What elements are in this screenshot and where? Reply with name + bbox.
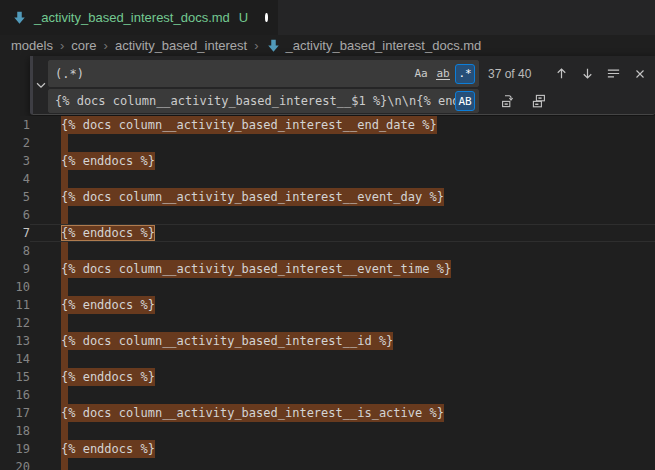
empty-line-match-highlight: [61, 314, 68, 332]
find-value: (.*): [55, 67, 411, 81]
breadcrumb-separator: ›: [104, 38, 108, 53]
line-content[interactable]: [30, 386, 655, 404]
line-content[interactable]: {% enddocs %}: [30, 224, 655, 242]
tab-active-file[interactable]: _activity_based_interest_docs.md U: [0, 0, 278, 35]
editor-line[interactable]: 4: [0, 170, 655, 188]
close-icon: [633, 67, 647, 81]
editor-line[interactable]: 6: [0, 206, 655, 224]
match-highlight: {% docs column__activity_based_interest_…: [61, 260, 451, 278]
empty-line-match-highlight: [61, 206, 68, 224]
empty-line-match-highlight: [61, 134, 68, 152]
line-content[interactable]: {% docs column__activity_based_interest_…: [30, 404, 655, 422]
line-content[interactable]: [30, 206, 655, 224]
breadcrumb-item-file[interactable]: _activity_based_interest_docs.md: [266, 38, 482, 53]
markdown-file-icon: [12, 10, 27, 25]
editor-line[interactable]: 20: [0, 458, 655, 470]
find-input[interactable]: (.*) Aa ab .*: [48, 60, 479, 87]
replace-input[interactable]: {% docs column__activity_based_interest_…: [48, 89, 479, 113]
line-content[interactable]: {% docs column__activity_based_interest_…: [30, 116, 655, 134]
line-number: 18: [0, 422, 30, 440]
editor-line[interactable]: 5{% docs column__activity_based_interest…: [0, 188, 655, 206]
line-number: 1: [0, 116, 30, 134]
replace-all-button[interactable]: [529, 92, 548, 111]
editor-line[interactable]: 19{% enddocs %}: [0, 440, 655, 458]
whole-word-toggle[interactable]: ab: [433, 64, 453, 84]
breadcrumb-item-models[interactable]: models: [11, 38, 53, 53]
preserve-case-toggle[interactable]: AB: [455, 91, 475, 111]
replace-button[interactable]: [498, 92, 517, 111]
line-content[interactable]: [30, 170, 655, 188]
line-content[interactable]: [30, 134, 655, 152]
markdown-file-icon: [266, 38, 281, 53]
editor-line[interactable]: 9{% docs column__activity_based_interest…: [0, 260, 655, 278]
line-number: 8: [0, 242, 30, 260]
toggle-replace-button[interactable]: [33, 56, 48, 114]
line-number: 20: [0, 458, 30, 470]
line-number: 6: [0, 206, 30, 224]
line-content[interactable]: [30, 458, 655, 470]
line-content[interactable]: [30, 350, 655, 368]
empty-line-match-highlight: [61, 170, 68, 188]
breadcrumb: models › core › activity_based_interest …: [0, 35, 655, 56]
editor-line[interactable]: 16: [0, 386, 655, 404]
empty-line-match-highlight: [61, 386, 68, 404]
regex-toggle[interactable]: .*: [455, 64, 475, 84]
match-count: 37 of 40: [488, 67, 531, 81]
line-number: 15: [0, 368, 30, 386]
empty-line-match-highlight: [61, 350, 68, 368]
breadcrumb-item-activity-based-interest[interactable]: activity_based_interest: [115, 38, 247, 53]
modified-dot-icon[interactable]: [265, 13, 268, 22]
breadcrumb-file-label: _activity_based_interest_docs.md: [286, 38, 482, 53]
line-number: 14: [0, 350, 30, 368]
editor-line[interactable]: 10: [0, 278, 655, 296]
editor-line[interactable]: 8: [0, 242, 655, 260]
breadcrumb-item-core[interactable]: core: [71, 38, 96, 53]
editor-line[interactable]: 15{% enddocs %}: [0, 368, 655, 386]
editor-line[interactable]: 11{% enddocs %}: [0, 296, 655, 314]
editor-line[interactable]: 14: [0, 350, 655, 368]
editor-line[interactable]: 3{% enddocs %}: [0, 152, 655, 170]
line-number: 16: [0, 386, 30, 404]
editor-line[interactable]: 18: [0, 422, 655, 440]
line-content[interactable]: {% enddocs %}: [30, 440, 655, 458]
match-highlight: {% enddocs %}: [61, 440, 155, 458]
line-content[interactable]: [30, 278, 655, 296]
next-match-button[interactable]: [578, 64, 597, 83]
editor-line[interactable]: 1{% docs column__activity_based_interest…: [0, 116, 655, 134]
editor-line[interactable]: 12: [0, 314, 655, 332]
tab-bar: _activity_based_interest_docs.md U: [0, 0, 655, 35]
replace-value: {% docs column__activity_based_interest_…: [55, 94, 455, 108]
close-find-widget-button[interactable]: [630, 64, 649, 83]
match-highlight: {% enddocs %}: [61, 368, 155, 386]
git-status-badge: U: [239, 10, 248, 25]
match-highlight: {% docs column__activity_based_interest_…: [61, 116, 437, 134]
empty-line-match-highlight: [61, 278, 68, 296]
editor-line[interactable]: 13{% docs column__activity_based_interes…: [0, 332, 655, 350]
line-number: 9: [0, 260, 30, 278]
line-content[interactable]: {% enddocs %}: [30, 368, 655, 386]
line-content[interactable]: {% docs column__activity_based_interest_…: [30, 188, 655, 206]
find-in-selection-button[interactable]: [604, 64, 623, 83]
editor-line[interactable]: 17{% docs column__activity_based_interes…: [0, 404, 655, 422]
previous-match-button[interactable]: [552, 64, 571, 83]
replace-icon: [500, 93, 516, 109]
match-case-toggle[interactable]: Aa: [411, 64, 431, 84]
line-content[interactable]: [30, 314, 655, 332]
line-content[interactable]: {% docs column__activity_based_interest_…: [30, 332, 655, 350]
editor-line[interactable]: 2: [0, 134, 655, 152]
editor-line[interactable]: 7{% enddocs %}: [0, 224, 655, 242]
match-highlight: {% enddocs %}: [61, 296, 155, 314]
line-content[interactable]: {% enddocs %}: [30, 296, 655, 314]
line-number: 2: [0, 134, 30, 152]
line-number: 19: [0, 440, 30, 458]
line-content[interactable]: {% enddocs %}: [30, 152, 655, 170]
line-content[interactable]: [30, 242, 655, 260]
find-replace-widget: (.*) Aa ab .* 37 of 40: [30, 56, 655, 115]
line-number: 12: [0, 314, 30, 332]
editor[interactable]: 1{% docs column__activity_based_interest…: [0, 116, 655, 470]
empty-line-match-highlight: [61, 422, 68, 440]
line-content[interactable]: [30, 422, 655, 440]
match-highlight: {% docs column__activity_based_interest_…: [61, 404, 444, 422]
line-number: 3: [0, 152, 30, 170]
line-content[interactable]: {% docs column__activity_based_interest_…: [30, 260, 655, 278]
